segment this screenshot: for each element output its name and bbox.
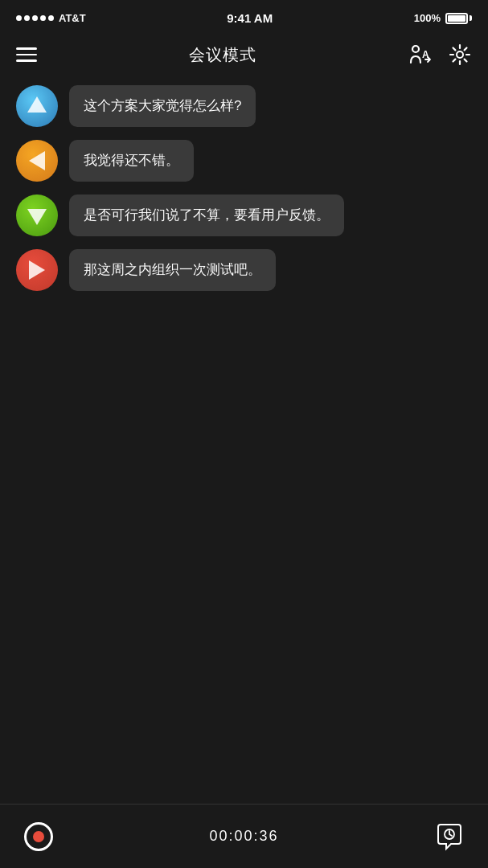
status-bar: AT&T 9:41 AM 100% xyxy=(0,0,488,32)
history-icon xyxy=(435,822,464,851)
message-bubble: 我觉得还不错。 xyxy=(69,140,194,182)
message-row: 这个方案大家觉得怎么样? xyxy=(16,85,472,127)
bottom-bar: 00:00:36 xyxy=(0,804,488,868)
battery-percent: 100% xyxy=(414,12,441,24)
record-circle xyxy=(24,822,53,851)
timer-display: 00:00:36 xyxy=(209,828,278,845)
message-bubble: 那这周之内组织一次测试吧。 xyxy=(69,249,276,291)
signal-dot-2 xyxy=(24,15,30,21)
page-title: 会议模式 xyxy=(189,44,256,66)
message-text: 我觉得还不错。 xyxy=(84,153,179,168)
message-text: 那这周之内组织一次测试吧。 xyxy=(84,262,261,277)
signal-dot-5 xyxy=(48,15,54,21)
status-right: 100% xyxy=(414,12,472,24)
record-dot xyxy=(33,831,44,842)
battery-tip xyxy=(470,15,472,21)
message-text: 这个方案大家觉得怎么样? xyxy=(84,98,241,113)
arrow-up-icon xyxy=(27,96,47,113)
message-text: 是否可行我们说了不算，要看用户反馈。 xyxy=(84,207,330,223)
nav-right-icons: A xyxy=(408,42,472,68)
svg-point-2 xyxy=(457,51,463,58)
battery-body xyxy=(445,13,468,24)
avatar-green xyxy=(16,194,58,236)
message-row: 那这周之内组织一次测试吧。 xyxy=(16,249,472,291)
arrow-left-icon xyxy=(29,151,45,170)
record-button[interactable] xyxy=(23,821,55,853)
menu-line-1 xyxy=(16,47,37,50)
settings-icon[interactable] xyxy=(448,43,472,67)
history-button[interactable] xyxy=(433,821,465,853)
svg-point-0 xyxy=(412,46,419,52)
battery-icon xyxy=(445,13,472,24)
avatar-red xyxy=(16,249,58,291)
menu-line-2 xyxy=(16,54,37,56)
battery-fill xyxy=(448,15,465,22)
status-left: AT&T xyxy=(16,12,86,24)
signal-dots xyxy=(16,15,54,21)
message-row: 我觉得还不错。 xyxy=(16,140,472,182)
menu-line-3 xyxy=(16,59,37,62)
avatar-blue xyxy=(16,85,58,127)
arrow-down-icon xyxy=(27,209,47,225)
signal-dot-3 xyxy=(32,15,38,21)
carrier-label: AT&T xyxy=(59,12,86,24)
messages-area: 这个方案大家觉得怎么样? 我觉得还不错。 是否可行我们说了不算，要看用户反馈。 … xyxy=(0,77,488,299)
message-bubble: 这个方案大家觉得怎么样? xyxy=(69,85,256,127)
translate-icon[interactable]: A xyxy=(408,42,433,68)
signal-dot-4 xyxy=(40,15,46,21)
arrow-right-icon xyxy=(29,260,45,280)
avatar-orange xyxy=(16,140,58,182)
signal-dot-1 xyxy=(16,15,22,21)
message-row: 是否可行我们说了不算，要看用户反馈。 xyxy=(16,194,472,236)
message-bubble: 是否可行我们说了不算，要看用户反馈。 xyxy=(69,194,344,236)
nav-bar: 会议模式 A xyxy=(0,32,488,77)
status-time: 9:41 AM xyxy=(227,11,273,25)
menu-icon[interactable] xyxy=(16,47,37,62)
